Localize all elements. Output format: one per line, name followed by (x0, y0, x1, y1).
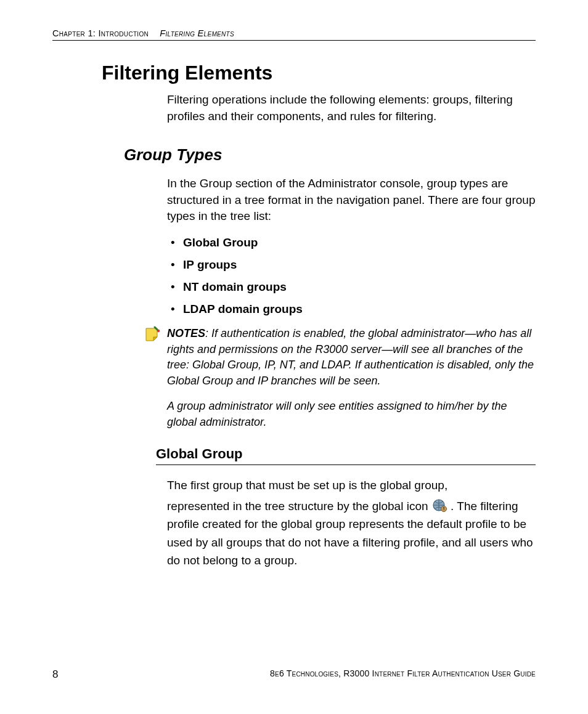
global-group-p2a: represented in the tree structure by the… (167, 500, 431, 513)
notes-block: NOTES: If authentication is enabled, the… (144, 326, 536, 389)
notes-body: : If authentication is enabled, the glob… (167, 327, 534, 387)
page-footer: 8 8e6 Technologies, R3000 Internet Filte… (52, 668, 536, 681)
header-chapter: Chapter 1: Introduction (52, 28, 149, 38)
notes-follow: A group administrator will only see enti… (167, 399, 536, 430)
list-item: Global Group (167, 236, 536, 249)
list-item: LDAP domain groups (167, 302, 536, 316)
page-title: Filtering Elements (102, 62, 536, 84)
header-section: Filtering Elements (160, 28, 234, 38)
subsection-heading-global-group: Global Group (156, 446, 536, 465)
list-item: IP groups (167, 258, 536, 272)
svg-point-5 (443, 507, 444, 509)
list-item: NT domain groups (167, 280, 536, 294)
group-types-list: Global Group IP groups NT domain groups … (167, 236, 536, 316)
svg-point-2 (157, 330, 160, 332)
global-group-body: The first group that must be set up is t… (167, 476, 536, 569)
running-header: Chapter 1: Introduction Filtering Elemen… (52, 28, 536, 41)
intro-paragraph: Filtering operations include the followi… (167, 92, 536, 124)
note-icon (144, 326, 161, 343)
section-heading-group-types: Group Types (124, 145, 536, 164)
notes-label: NOTES (167, 327, 205, 339)
svg-marker-1 (153, 337, 157, 341)
global-group-p1: The first group that must be set up is t… (167, 476, 536, 494)
footer-text: 8e6 Technologies, R3000 Internet Filter … (270, 668, 536, 678)
page-number: 8 (52, 668, 58, 681)
group-types-intro: In the Group section of the Administrato… (167, 176, 536, 225)
global-group-p2: represented in the tree structure by the… (167, 497, 536, 570)
globe-icon (431, 498, 447, 513)
